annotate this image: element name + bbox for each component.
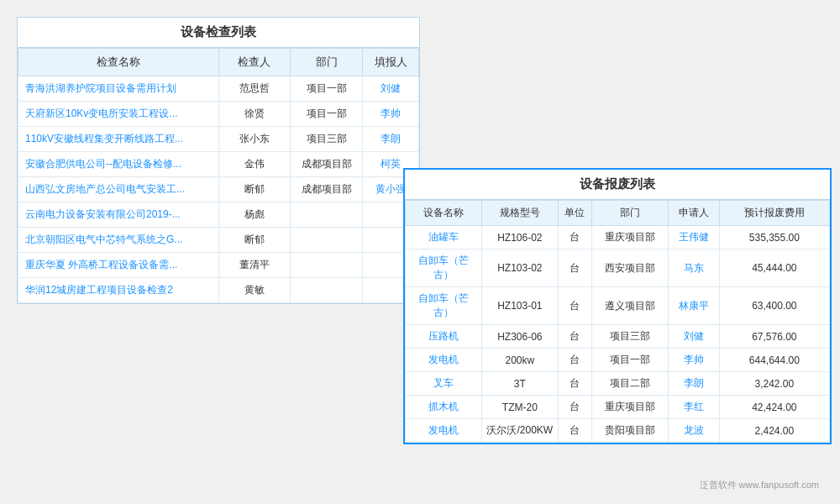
right-row-model: 3T	[481, 372, 558, 396]
left-row-inspector: 范思哲	[218, 76, 291, 102]
left-row-name[interactable]: 云南电力设备安装有限公司2019-...	[18, 202, 219, 228]
right-row-name[interactable]: 自卸车（芒古）	[406, 249, 482, 287]
right-col-header-name: 设备名称	[406, 201, 482, 226]
right-row-applicant[interactable]: 林康平	[669, 287, 720, 325]
right-row-applicant[interactable]: 龙波	[669, 419, 720, 443]
left-row-name[interactable]: 天府新区10Kv变电所安装工程设...	[18, 102, 219, 127]
left-row-name[interactable]: 110kV安徽线程集变开断线路工程...	[18, 127, 219, 152]
right-row-applicant[interactable]: 刘健	[669, 325, 720, 349]
right-row-dept: 西安项目部	[592, 249, 669, 287]
right-row-unit: 台	[558, 249, 591, 287]
left-row-inspector: 黄敏	[218, 278, 291, 303]
left-row-reporter[interactable]: 李帅	[363, 102, 419, 127]
watermark: 泛普软件 www.fanpusoft.com	[700, 479, 819, 491]
left-row-dept	[291, 253, 363, 278]
left-row-name[interactable]: 北京朝阳区电气中芯特气系统之G...	[18, 228, 219, 253]
left-row-inspector: 断郁	[218, 228, 291, 253]
right-row-dept: 项目三部	[592, 325, 669, 349]
main-container: 设备检查列表 检查名称 检查人 部门 填报人 青海洪湖养护院项目设备需用计划范思…	[8, 8, 832, 496]
left-row-name[interactable]: 青海洪湖养护院项目设备需用计划	[18, 76, 219, 102]
left-row-inspector: 断郁	[218, 177, 291, 202]
right-row-cost: 67,576.00	[719, 325, 829, 349]
left-row-inspector: 金伟	[218, 152, 291, 177]
left-table-row: 山西弘文房地产总公司电气安装工...断郁成都项目部黄小强	[18, 177, 419, 202]
right-table-row: 叉车3T台项目二部李朗3,242.00	[406, 372, 830, 396]
right-row-name[interactable]: 油罐车	[406, 226, 482, 249]
right-col-header-model: 规格型号	[481, 201, 558, 226]
right-col-header-dept: 部门	[592, 201, 669, 226]
left-table-header-row: 检查名称 检查人 部门 填报人	[18, 49, 419, 76]
right-col-header-cost: 预计报废费用	[719, 201, 829, 226]
left-row-reporter[interactable]: 李朗	[363, 127, 419, 152]
left-table-title: 设备检查列表	[18, 18, 419, 48]
right-row-applicant[interactable]: 李帅	[669, 349, 720, 372]
right-col-header-applicant: 申请人	[669, 201, 720, 226]
right-row-name[interactable]: 压路机	[406, 325, 482, 349]
left-col-header-reporter: 填报人	[363, 49, 419, 76]
left-row-dept: 成都项目部	[291, 177, 363, 202]
left-row-dept: 成都项目部	[291, 152, 363, 177]
right-row-cost: 3,242.00	[719, 372, 829, 396]
right-row-dept: 重庆项目部	[592, 396, 669, 419]
right-row-dept: 遵义项目部	[592, 287, 669, 325]
left-table-panel: 设备检查列表 检查名称 检查人 部门 填报人 青海洪湖养护院项目设备需用计划范思…	[17, 17, 420, 304]
right-row-applicant[interactable]: 马东	[669, 249, 720, 287]
right-row-unit: 台	[558, 325, 591, 349]
left-table: 检查名称 检查人 部门 填报人 青海洪湖养护院项目设备需用计划范思哲项目一部刘健…	[18, 48, 419, 303]
left-col-header-inspector: 检查人	[218, 49, 291, 76]
right-table-row: 自卸车（芒古）HZ103-01台遵义项目部林康平63,400.00	[406, 287, 830, 325]
right-row-model: HZ306-06	[481, 325, 558, 349]
right-row-cost: 644,644.00	[719, 349, 829, 372]
right-row-unit: 台	[558, 287, 591, 325]
right-row-name[interactable]: 抓木机	[406, 396, 482, 419]
left-row-name[interactable]: 重庆华夏 外高桥工程设备设备需...	[18, 253, 219, 278]
left-row-dept	[291, 228, 363, 253]
right-row-applicant[interactable]: 王伟健	[669, 226, 720, 249]
right-row-dept: 项目一部	[592, 349, 669, 372]
right-row-applicant[interactable]: 李朗	[669, 372, 720, 396]
left-row-name[interactable]: 安徽合肥供电公司--配电设备检修...	[18, 152, 219, 177]
right-row-model: HZ106-02	[481, 226, 558, 249]
right-row-cost: 42,424.00	[719, 396, 829, 419]
right-row-cost: 45,444.00	[719, 249, 829, 287]
left-row-inspector: 杨彪	[218, 202, 291, 228]
right-row-cost: 2,424.00	[719, 419, 829, 443]
left-row-name[interactable]: 山西弘文房地产总公司电气安装工...	[18, 177, 219, 202]
left-table-row: 北京朝阳区电气中芯特气系统之G...断郁	[18, 228, 419, 253]
right-row-cost: 535,355.00	[719, 226, 829, 249]
right-row-name[interactable]: 叉车	[406, 372, 482, 396]
right-row-model: HZ103-01	[481, 287, 558, 325]
right-row-name[interactable]: 发电机	[406, 349, 482, 372]
right-table-header-row: 设备名称 规格型号 单位 部门 申请人 预计报废费用	[406, 201, 830, 226]
right-table-row: 油罐车HZ106-02台重庆项目部王伟健535,355.00	[406, 226, 830, 249]
right-table-row: 自卸车（芒古）HZ103-02台西安项目部马东45,444.00	[406, 249, 830, 287]
left-row-dept	[291, 278, 363, 303]
left-row-inspector: 张小东	[218, 127, 291, 152]
left-row-inspector: 徐贤	[218, 102, 291, 127]
right-row-cost: 63,400.00	[719, 287, 829, 325]
right-table-row: 抓木机TZM-20台重庆项目部李红42,424.00	[406, 396, 830, 419]
right-row-dept: 重庆项目部	[592, 226, 669, 249]
right-row-model: TZM-20	[481, 396, 558, 419]
right-row-dept: 项目二部	[592, 372, 669, 396]
right-row-dept: 贵阳项目部	[592, 419, 669, 443]
right-table-title: 设备报废列表	[405, 170, 830, 200]
left-row-dept: 项目一部	[291, 76, 363, 102]
right-row-unit: 台	[558, 349, 591, 372]
right-row-unit: 台	[558, 419, 591, 443]
right-row-model: 200kw	[481, 349, 558, 372]
right-row-name[interactable]: 发电机	[406, 419, 482, 443]
left-table-row: 安徽合肥供电公司--配电设备检修...金伟成都项目部柯英	[18, 152, 419, 177]
left-row-dept: 项目一部	[291, 102, 363, 127]
left-table-row: 天府新区10Kv变电所安装工程设...徐贤项目一部李帅	[18, 102, 419, 127]
left-row-name[interactable]: 华润12城房建工程项目设备检查2	[18, 278, 219, 303]
left-table-row: 云南电力设备安装有限公司2019-...杨彪	[18, 202, 419, 228]
left-table-row: 重庆华夏 外高桥工程设备设备需...董清平	[18, 253, 419, 278]
right-row-applicant[interactable]: 李红	[669, 396, 720, 419]
left-col-header-dept: 部门	[291, 49, 363, 76]
right-row-unit: 台	[558, 226, 591, 249]
left-row-reporter[interactable]: 刘健	[363, 76, 419, 102]
right-row-unit: 台	[558, 396, 591, 419]
right-table-row: 发电机沃尔沃/200KW台贵阳项目部龙波2,424.00	[406, 419, 830, 443]
right-row-name[interactable]: 自卸车（芒古）	[406, 287, 482, 325]
